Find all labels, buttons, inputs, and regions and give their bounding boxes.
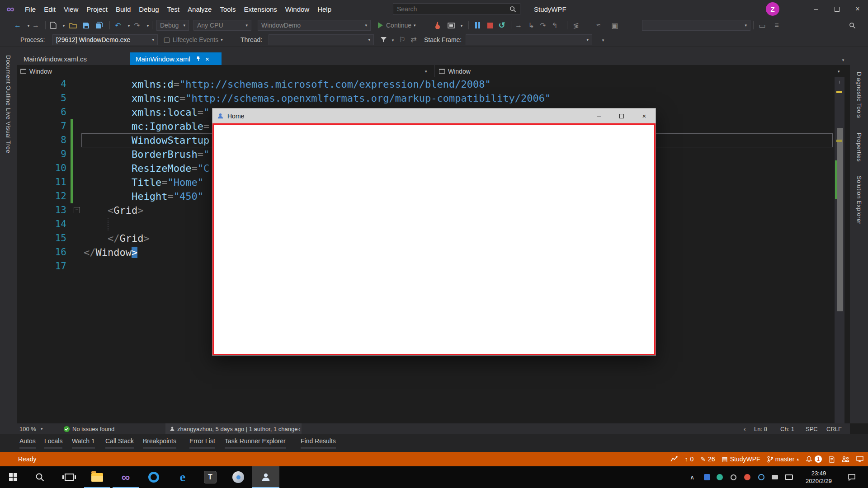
pending-changes-button[interactable]: ✎ 26 [700,455,715,463]
breadcrumb-dropdown-icon[interactable]: ▾ [425,69,427,74]
user-avatar[interactable]: Z [766,2,779,16]
codelens-collapse-icon[interactable]: ‹ [298,423,300,434]
breadcrumb-left-scope[interactable]: Window [20,65,52,77]
hot-reload-icon[interactable] [432,18,443,33]
menu-tools[interactable]: Tools [216,4,240,15]
pin-icon[interactable] [196,56,201,61]
screen-sharing-icon[interactable] [856,456,863,462]
close-tab-icon[interactable]: × [205,55,209,63]
app-maximize-button[interactable] [610,108,633,123]
taskbar-clock[interactable]: 23:49 2020/2/29 [799,466,838,488]
running-wpf-app-button[interactable] [252,466,279,488]
step-into-icon[interactable]: ↳ [526,18,536,33]
stop-debugging-icon[interactable] [485,18,495,33]
continue-button[interactable]: Continue ▾ [378,18,428,33]
lifecycle-events-icon[interactable]: ▢ [162,33,172,47]
save-icon[interactable] [80,18,91,33]
taskbar-search-button[interactable] [27,466,53,488]
app-close-button[interactable]: × [633,108,656,123]
sidebar-tab-solution-explorer[interactable]: Solution Explorer [856,176,863,225]
editor-scrollbar[interactable]: + [835,77,844,423]
menu-test[interactable]: Test [163,4,184,15]
maximize-button[interactable] [826,0,847,18]
minimize-button[interactable]: – [806,0,826,18]
open-folder-icon[interactable] [67,18,79,33]
show-next-statement-icon[interactable]: → [514,18,524,33]
filter-threads-icon[interactable] [379,33,388,47]
save-all-icon[interactable] [93,18,105,33]
step-out-icon[interactable]: ↰ [550,18,560,33]
line-ending-indicator[interactable]: CRLF [826,423,842,434]
panel-tab-task-runner-explorer[interactable]: Task Runner Explorer [225,437,286,445]
live-share-icon[interactable] [842,456,849,462]
menu-project[interactable]: Project [82,4,112,15]
close-button[interactable]: × [847,0,868,18]
file-explorer-button[interactable] [84,466,110,488]
process-combo[interactable]: [29612] WindowDemo.exe▾ [52,34,158,45]
flag-threads-icon[interactable]: ⚐ [398,33,407,47]
toggle-frames-icon[interactable]: ⇄ [409,33,419,47]
tab-mainwindow-xaml-cs[interactable]: MainWindow.xaml.cs [18,52,112,65]
thread-combo[interactable]: ▾ [269,34,374,45]
status-scroll-icon[interactable]: ‹ [744,423,745,434]
code-cleanup-icon[interactable]: ≶ [571,18,581,33]
feedback-icon[interactable] [829,456,835,463]
redo-icon[interactable]: ↷ [132,18,142,33]
menu-file[interactable]: File [21,4,40,15]
apply-changes-dropdown-icon[interactable]: ▾ [459,19,464,33]
panel-tab-error-list[interactable]: Error List [189,437,215,445]
new-file-icon[interactable] [48,18,59,33]
menu-extensions[interactable]: Extensions [240,4,281,15]
spaces-indicator[interactable]: SPC [806,423,818,434]
unnamed-toolbar-combo[interactable]: ▾ [642,20,750,31]
sidebar-tab-properties[interactable]: Properties [856,133,863,162]
tray-teal-app-icon[interactable] [713,466,726,488]
tab-mainwindow-xaml[interactable]: MainWindow.xaml × [130,52,222,65]
branch-button[interactable]: master ▴ [767,455,799,463]
stack-frame-combo[interactable]: ▾ [466,34,592,45]
wpf-app-window[interactable]: Home – × [212,108,656,356]
menu-debug[interactable]: Debug [135,4,163,15]
panel-tab-locals[interactable]: Locals [44,437,62,445]
solution-platform-combo[interactable]: Any CPU▾ [193,20,251,31]
repository-button[interactable]: ▤ StudyWPF [722,455,760,463]
document-health-indicator[interactable]: No issues found [63,423,114,434]
panel-tab-watch-1[interactable]: Watch 1 [72,437,95,445]
sidebar-tab-live-visual-tree[interactable]: Live Visual Tree [5,108,12,153]
intellitrace-icon[interactable]: ≈ [593,18,604,33]
redo-dropdown-icon[interactable]: ▾ [145,19,151,33]
start-button[interactable] [0,466,26,488]
step-over-icon[interactable]: ↷ [538,18,548,33]
edge-browser-button[interactable] [141,466,167,488]
break-all-icon[interactable] [472,18,483,33]
navigate-frame-icon[interactable]: ▭ [757,18,768,33]
typora-button[interactable]: T [197,466,223,488]
fold-collapse-icon[interactable]: − [74,207,80,213]
menu-build[interactable]: Build [112,4,135,15]
codelens-commit-info[interactable]: zhangyazhou, 5 days ago | 1 author, 1 ch… [165,423,302,434]
lifecycle-events-button[interactable]: Lifecycle Events▾ [173,33,231,47]
panel-tab-find-results[interactable]: Find Results [301,437,336,445]
undo-icon[interactable]: ↶ [113,18,123,33]
new-file-dropdown-icon[interactable]: ▾ [61,19,66,33]
scrollbar-thumb[interactable] [837,128,843,311]
sidebar-tab-diagnostic-tools[interactable]: Diagnostic Tools [856,72,863,118]
tray-blue-app-icon[interactable] [701,466,713,488]
outgoing-commits-button[interactable]: ↑ 0 [684,455,693,463]
app-minimize-button[interactable]: – [588,108,610,123]
code-line[interactable]: 4 xmlns:d="http://schemas.microsoft.com/… [17,77,833,91]
notifications-button[interactable]: 1 [806,455,822,463]
breadcrumb-dropdown-icon[interactable]: ▾ [838,69,840,74]
round-app-button[interactable] [225,466,251,488]
menu-window[interactable]: Window [281,4,313,15]
find-icon[interactable] [846,18,858,33]
quick-search-box[interactable] [393,3,520,15]
filter-dropdown-icon[interactable]: ▾ [390,33,396,47]
solution-configuration-combo[interactable]: Debug▾ [156,20,189,31]
toolbar-options-icon[interactable]: ≡ [771,18,782,33]
menu-view[interactable]: View [60,4,82,15]
menu-analyze[interactable]: Analyze [184,4,216,15]
git-graph-icon[interactable] [670,456,678,462]
diagnostics-icon[interactable]: ▣ [609,18,620,33]
notification-center-button[interactable] [844,466,860,488]
